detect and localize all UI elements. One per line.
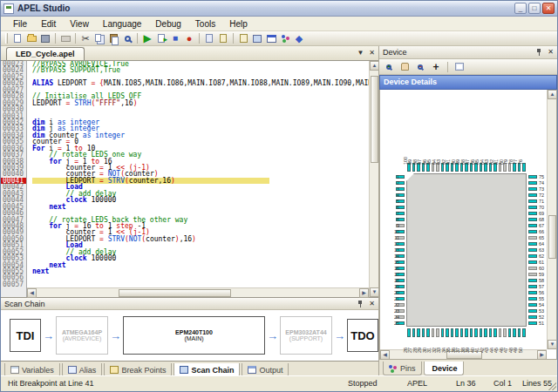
zoom-in-button[interactable] [382,60,396,73]
new-file-button[interactable] [10,32,24,45]
pin-71[interactable] [528,199,537,203]
pin-32[interactable] [436,328,439,337]
menu-edit[interactable]: Edit [34,17,63,30]
open-file-button[interactable] [24,32,38,45]
copy-button[interactable] [92,32,106,45]
pin-28[interactable] [417,328,420,337]
pin-61[interactable] [528,260,537,264]
pin-57[interactable] [528,285,537,288]
pin-75[interactable] [528,175,537,179]
add-button[interactable]: + [429,60,443,73]
pin-46[interactable] [503,328,507,337]
pin-36[interactable] [455,328,459,337]
code-line[interactable]: next [32,262,369,268]
pin-45[interactable] [499,328,502,337]
pin-62[interactable] [528,254,537,258]
code-line[interactable]: clock 100000 [32,197,369,203]
resize-grip[interactable] [548,382,556,390]
pin-67[interactable] [528,224,537,227]
run-button[interactable]: ▶ [140,32,154,45]
pin-51[interactable] [528,321,537,325]
code-line[interactable]: next [32,204,369,210]
view-chip-button[interactable] [250,32,264,45]
tab-led-cycle[interactable]: LED_Cycle.apel [6,47,85,60]
pin-69[interactable] [528,212,537,215]
find-button[interactable] [120,32,134,45]
device-vertical-scrollbar[interactable]: ▲ ▼ [547,90,556,349]
pin-72[interactable] [528,193,537,197]
code-line[interactable]: next [32,268,369,274]
zoom-out-button[interactable] [413,60,427,73]
scan-node-epm240t100[interactable]: EPM240T100(MAIN) [123,316,265,355]
title-bar[interactable]: APEL Studio _ □ ✕ [1,1,557,17]
pin-38[interactable] [465,328,468,337]
pin-27[interactable] [412,328,416,337]
save-file-button[interactable] [38,32,52,45]
scroll-right-icon[interactable]: ▶ [359,288,369,298]
scan-node-epm3032at44[interactable]: EPM3032AT44(SUPPORT) [280,316,332,355]
pin-59[interactable] [528,273,537,276]
view-device-button[interactable]: ◆ [292,32,306,45]
menu-help[interactable]: Help [222,17,255,30]
pin-54[interactable] [528,303,537,307]
pin-31[interactable] [432,328,435,337]
pin-30[interactable] [426,328,430,337]
pin-41[interactable] [480,328,483,337]
menu-debug[interactable]: Debug [148,17,187,30]
pin-63[interactable] [528,248,537,252]
code-line[interactable]: clock 100000 [32,255,369,261]
scan-node-atmega164p[interactable]: ATMEGA164P(AVRDEVICE) [56,316,108,355]
pin-50[interactable] [522,328,526,337]
device-scroll-left-icon[interactable]: ◀ [380,350,390,359]
program-device-button[interactable] [154,32,168,45]
line-number[interactable]: 00057 [1,281,26,287]
pin-40[interactable] [474,328,478,337]
export-doc-button[interactable] [202,32,216,45]
menu-tools[interactable]: Tools [188,17,222,30]
cut-button[interactable]: ✂ [78,32,92,45]
code-line[interactable]: LEDPORT = STRH("FFFF",16) [32,100,369,106]
pin-33[interactable] [441,328,445,337]
editor-horizontal-scrollbar[interactable]: ◀ ▶ [27,287,369,297]
device-scroll-right-icon[interactable]: ▶ [537,350,547,359]
tab-close-icon[interactable]: ✕ [369,49,375,57]
device-scroll-up-icon[interactable]: ▲ [548,90,557,99]
pin-70[interactable] [528,206,537,209]
pin-35[interactable] [451,328,454,337]
pin-66[interactable] [528,230,537,233]
pin-73[interactable] [528,187,537,191]
panel-close-icon[interactable]: ✕ [369,301,375,308]
pin-58[interactable] [528,279,537,282]
scan-node-tdi[interactable]: TDI [10,319,41,352]
preview-button[interactable] [453,60,466,73]
device-diagram[interactable]: ▲ ▼ ◀ ▶ 12345678910111213141516171819202… [379,90,557,359]
pin-60[interactable] [528,267,537,270]
pin-64[interactable] [528,242,537,246]
pin-74[interactable] [528,181,537,185]
editor-vertical-scrollbar[interactable]: ▲ ▼ [369,61,378,297]
print-button[interactable] [58,32,72,45]
pin-42[interactable] [484,328,487,337]
paste-button[interactable] [106,32,120,45]
maximize-button[interactable]: □ [528,3,541,14]
close-button[interactable]: ✕ [542,3,555,14]
import-doc-button[interactable] [216,32,230,45]
code-line[interactable]: //BYPASS SUPPORT,True [32,67,369,73]
view-pins-button[interactable] [278,32,292,45]
view-window-button[interactable] [264,32,278,45]
view-list-button[interactable] [236,32,250,45]
device-pin-icon[interactable] [535,49,542,56]
pin-icon[interactable] [357,301,364,308]
code-line[interactable]: ALIAS LEDPORT = {MAIN.IO85,MAIN.IO86,MAI… [32,80,369,86]
code-area[interactable]: //BYPASS AVRDEVICE,True//BYPASS SUPPORT,… [27,61,369,287]
device-scroll-down-icon[interactable]: ▼ [548,340,557,349]
pin-52[interactable] [528,315,537,319]
pin-39[interactable] [470,328,473,337]
menu-view[interactable]: View [63,17,96,30]
pin-37[interactable] [460,328,464,337]
pause-button[interactable]: ■ [168,32,182,45]
code-line[interactable] [32,106,369,112]
pin-65[interactable] [528,236,537,240]
tab-pins[interactable]: Pins [383,362,422,375]
pan-hand-button[interactable] [398,60,412,73]
